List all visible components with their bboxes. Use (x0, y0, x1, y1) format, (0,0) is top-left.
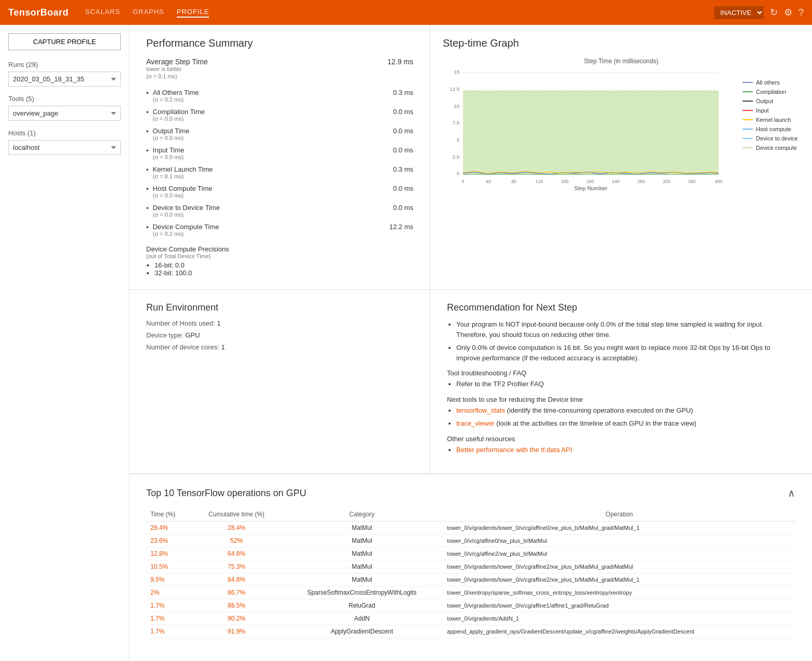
graph-title: Step-time Graph (443, 37, 800, 49)
next-tool-item: tensorflow_stats (identify the time-cons… (456, 405, 795, 416)
cell-operation: tower_0/v/gradients/AddN_1 (443, 612, 795, 625)
avg-step-left: Average Step Time lower is better (σ = 0… (146, 58, 208, 80)
chart-subtitle: Step Time (in milliseconds) (443, 58, 800, 65)
topnav: TensorBoard SCALARS GRAPHS PROFILE INACT… (0, 0, 812, 25)
svg-text:200: 200 (586, 179, 594, 184)
cell-cumulative: 28.4% (192, 522, 281, 535)
tools-select[interactable]: overview_page (8, 106, 121, 121)
metric-info: Compilation Time (σ = 0.0 ms) (153, 108, 205, 122)
metric-value: 0.3 ms (393, 165, 413, 173)
next-tool-link[interactable]: trace_viewer (456, 419, 495, 427)
help-icon[interactable]: ? (799, 7, 804, 18)
table-row: 2% 86.7% SparseSoftmaxCrossEntropyWithLo… (146, 586, 795, 599)
avg-step-label: Average Step Time (146, 58, 208, 66)
legend-item: All others (743, 79, 800, 86)
metric-info: Input Time (σ = 0.0 ms) (153, 146, 185, 160)
metric-row: • Device to Device Time (σ = 0.0 ms) 0.0… (146, 204, 413, 218)
next-tools-list: tensorflow_stats (identify the time-cons… (447, 405, 795, 429)
sidebar: CAPTURE PROFILE Runs (29) 2020_03_05_18_… (0, 25, 130, 661)
settings-icon[interactable]: ⚙ (784, 7, 792, 18)
cell-time: 1.7% (146, 599, 192, 612)
svg-text:7.5: 7.5 (453, 120, 460, 125)
table-row: 1.7% 91.9% ApplyGradientDescent append_a… (146, 625, 795, 638)
legend-label: All others (756, 79, 780, 86)
performance-summary: Performance Summary Average Step Time lo… (130, 25, 430, 289)
metric-name: Compilation Time (153, 108, 205, 116)
col-category: Category (281, 508, 443, 522)
metric-info: Device to Device Time (σ = 0.0 ms) (153, 204, 220, 218)
metric-name: Device Compute Time (153, 223, 219, 231)
metric-info: All Others Time (σ = 0.2 ms) (153, 89, 199, 103)
runs-select[interactable]: 2020_03_05_18_31_35 (8, 72, 121, 87)
hosts-label: Hosts (1) (8, 129, 121, 137)
svg-text:15: 15 (454, 69, 459, 75)
metric-sigma: (σ = 0.0 ms) (153, 116, 205, 122)
legend-color (743, 91, 753, 92)
nav-profile[interactable]: PROFILE (177, 8, 209, 18)
metric-name: All Others Time (153, 89, 199, 96)
bullet-icon: • (146, 223, 149, 231)
svg-text:0: 0 (461, 179, 464, 184)
legend-item: Compilation (743, 89, 800, 95)
capture-profile-button[interactable]: CAPTURE PROFILE (8, 33, 121, 50)
chart-legend: All others Compilation Output Input Kern… (743, 67, 800, 193)
metric-left: • Kernel Launch Time (σ = 0.1 ms) (146, 165, 213, 179)
status-select[interactable]: INACTIVE (714, 6, 764, 19)
cell-time: 1.7% (146, 612, 192, 625)
avg-step-sublabel1: lower is better (146, 66, 208, 72)
bullet-icon: • (146, 147, 149, 154)
collapse-icon[interactable]: ∧ (788, 487, 795, 499)
metric-left: • Device Compute Time (σ = 0.2 ms) (146, 223, 219, 237)
refresh-icon[interactable]: ↻ (770, 7, 778, 18)
svg-text:Step Number: Step Number (574, 185, 608, 191)
cell-category: MatMul (281, 535, 443, 547)
svg-text:280: 280 (637, 179, 645, 184)
metric-row: • Kernel Launch Time (σ = 0.1 ms) 0.3 ms (146, 165, 413, 179)
cell-time: 23.6% (146, 535, 192, 547)
top-section: Performance Summary Average Step Time lo… (130, 25, 812, 290)
cell-cumulative: 52% (192, 535, 281, 547)
next-tool-link[interactable]: tensorflow_stats (456, 406, 505, 414)
step-time-graph: Step-time Graph Step Time (in millisecon… (430, 25, 812, 289)
avg-step-value: 12.9 ms (387, 58, 413, 66)
metric-value: 0.0 ms (393, 204, 413, 212)
cell-category: AddN (281, 612, 443, 625)
legend-label: Compilation (756, 89, 786, 95)
svg-text:360: 360 (688, 179, 696, 184)
cell-time: 2% (146, 586, 192, 599)
precision-item: 16-bit: 0.0 (155, 261, 413, 269)
run-env-field: Number of Hosts used: 1 (146, 319, 413, 327)
legend-item: Input (743, 107, 800, 114)
main-layout: CAPTURE PROFILE Runs (29) 2020_03_05_18_… (0, 25, 812, 661)
run-env-fields: Number of Hosts used: 1Device type: GPUN… (146, 319, 413, 351)
cell-time: 1.7% (146, 625, 192, 638)
legend-color (743, 101, 753, 102)
nav-scalars[interactable]: SCALARS (85, 8, 120, 18)
metric-sigma: (σ = 0.2 ms) (153, 96, 199, 103)
metric-sigma: (σ = 0.0 ms) (153, 192, 213, 199)
metric-value: 0.0 ms (393, 185, 413, 192)
perf-title: Performance Summary (146, 37, 413, 49)
hosts-select[interactable]: localhost (8, 140, 121, 155)
app-logo: TensorBoard (8, 7, 68, 18)
chart-area: 15 12.5 10 7.5 5 2.5 0 (443, 67, 734, 193)
nav-graphs[interactable]: GRAPHS (133, 8, 164, 18)
precision-item: 32-bit: 100.0 (155, 269, 413, 277)
bullet-icon: • (146, 185, 149, 193)
svg-text:40: 40 (486, 179, 491, 184)
device-precisions-subtitle: (out of Total Device Time) (146, 253, 413, 259)
metric-row: • Host Compute Time (σ = 0.0 ms) 0.0 ms (146, 185, 413, 199)
cell-operation: append_apply_gradient_ops/GradientDescen… (443, 625, 795, 638)
svg-text:0: 0 (457, 171, 460, 176)
runs-label: Runs (29) (8, 61, 121, 68)
metric-row: • Output Time (σ = 0.0 ms) 0.0 ms (146, 127, 413, 141)
bullet-icon: • (146, 108, 149, 116)
metric-name: Output Time (153, 127, 190, 135)
cell-operation: tower_0/xentropy/sparse_softmax_cross_en… (443, 586, 795, 599)
cell-time: 9.5% (146, 573, 192, 586)
legend-label: Device compute (756, 145, 797, 151)
middle-section: Run Environment Number of Hosts used: 1D… (130, 290, 812, 474)
cell-time: 28.4% (146, 522, 192, 535)
svg-text:240: 240 (612, 179, 620, 184)
tf-data-link[interactable]: Better performance with the tf.data API (456, 446, 572, 454)
